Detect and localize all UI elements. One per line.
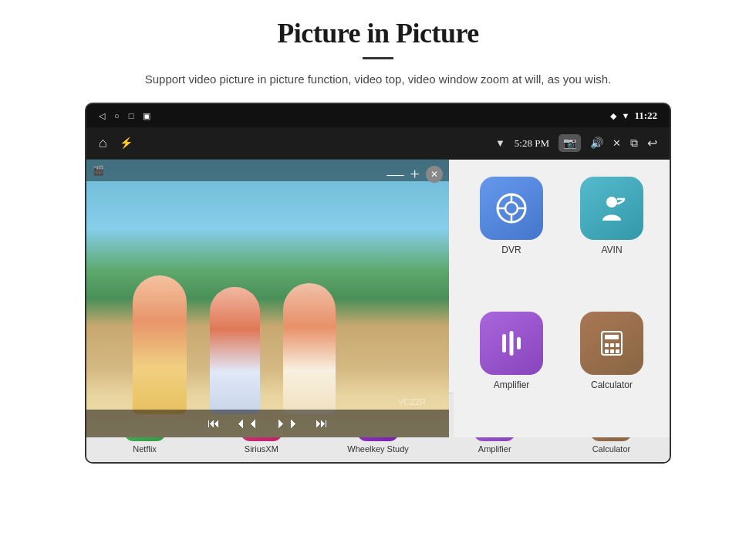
nav-bar-left: ⌂ ⚡ (99, 135, 133, 151)
amplifier-svg (494, 326, 528, 360)
svg-rect-15 (616, 343, 619, 347)
pip-video-icon: 🎬 (93, 165, 104, 177)
avin-icon (580, 177, 643, 240)
calculator-icon (580, 312, 643, 375)
page-subtitle: Support video picture in picture functio… (145, 70, 611, 89)
svg-point-6 (606, 197, 617, 207)
dvr-icon (480, 177, 543, 240)
recent-icon[interactable]: ▣ (143, 111, 150, 121)
svg-rect-9 (510, 331, 514, 356)
app-area: 🎬 — + ✕ ⏮ ⏴⏴ (86, 160, 670, 393)
nav-usb-icon: ⚡ (120, 137, 133, 150)
pip-video-window[interactable]: 🎬 — + ✕ ⏮ ⏴⏴ (86, 160, 449, 437)
pip-close-button[interactable]: ✕ (426, 166, 443, 183)
watermark: VCZ2R (398, 397, 426, 406)
svg-point-1 (505, 202, 518, 214)
device-frame: ◁ ○ □ ▣ ◆ ▼ 11:22 ⌂ ⚡ ▼ 5:28 PM 📷 🔊 (85, 103, 671, 464)
pip-bottom-bar: ⏮ ⏴⏴ ⏵⏵ ⏭ (86, 410, 449, 437)
wheelkey-tray-label: Wheelkey Study (347, 444, 408, 454)
app-item-avin[interactable]: AVIN (562, 167, 662, 302)
status-bar-left: ◁ ○ □ ▣ (99, 111, 150, 121)
avin-svg (595, 191, 629, 225)
nav-back-icon[interactable]: ↩ (647, 136, 657, 150)
calculator-svg (595, 326, 629, 360)
svg-rect-17 (610, 349, 614, 353)
nav-time: 5:28 PM (515, 137, 549, 150)
pip-forward-button[interactable]: ⏭ (316, 417, 328, 430)
status-bar: ◁ ○ □ ▣ ◆ ▼ 11:22 (86, 104, 670, 127)
nav-volume-icon[interactable]: 🔊 (590, 137, 603, 150)
location-icon: ◆ (610, 111, 616, 121)
pip-rewind-button[interactable]: ⏮ (208, 417, 220, 430)
title-divider (363, 57, 393, 59)
amplifier-icon (480, 312, 543, 375)
pip-next-button[interactable]: ⏵⏵ (275, 417, 300, 430)
nav-home-icon[interactable]: ⌂ (99, 135, 107, 151)
status-bar-right: ◆ ▼ 11:22 (610, 110, 657, 122)
person-3 (283, 283, 336, 414)
home-icon[interactable]: ○ (114, 111, 120, 120)
nav-camera-button[interactable]: 📷 (559, 134, 581, 152)
app-item-dvr[interactable]: DVR (461, 167, 562, 302)
pip-video-inner: 🎬 — + ✕ ⏮ ⏴⏴ (86, 160, 449, 437)
svg-rect-12 (605, 335, 619, 339)
app-item-amplifier[interactable]: Amplifier (461, 302, 562, 437)
app-item-calculator[interactable]: Calculator (562, 302, 662, 437)
pip-controls: — + ✕ (387, 166, 443, 183)
person-1 (133, 275, 187, 414)
svg-rect-10 (517, 337, 521, 349)
nav-pip-icon[interactable]: ⧉ (630, 137, 638, 150)
amplifier-tray-label: Amplifier (478, 444, 511, 454)
pip-close-icon: ✕ (430, 169, 438, 180)
amplifier-label: Amplifier (494, 380, 530, 390)
menu-icon[interactable]: □ (129, 111, 134, 120)
wifi-icon: ▼ (621, 111, 629, 120)
page-title: Picture in Picture (277, 17, 479, 49)
page-container: Picture in Picture Support video picture… (0, 0, 756, 533)
main-content: 🎬 — + ✕ ⏮ ⏴⏴ (86, 160, 670, 462)
pip-plus-button[interactable]: + (410, 166, 420, 183)
nav-close-icon[interactable]: ✕ (613, 137, 621, 150)
pip-prev-button[interactable]: ⏴⏴ (235, 417, 260, 430)
svg-rect-13 (605, 343, 609, 347)
pip-top-bar: 🎬 — + ✕ (86, 160, 449, 181)
svg-rect-8 (502, 334, 506, 353)
pip-minus-button[interactable]: — (387, 166, 404, 183)
status-time: 11:22 (634, 110, 657, 122)
dvr-label: DVR (501, 245, 521, 255)
siriusxm-tray-label: SiriusXM (245, 444, 278, 454)
calculator-label: Calculator (591, 380, 633, 390)
back-icon[interactable]: ◁ (99, 111, 105, 121)
netflix-tray-label: Netflix (133, 444, 157, 454)
nav-wifi-icon: ▼ (495, 137, 505, 150)
svg-rect-16 (605, 349, 609, 353)
person-2 (210, 287, 260, 414)
avin-label: AVIN (601, 245, 622, 255)
svg-rect-18 (616, 349, 619, 353)
calculator-tray-label: Calculator (592, 444, 631, 454)
apps-right-grid: DVR AVIN (454, 160, 670, 437)
nav-bar-right: ▼ 5:28 PM 📷 🔊 ✕ ⧉ ↩ (495, 134, 657, 152)
dvr-svg (494, 191, 528, 225)
svg-rect-14 (610, 343, 614, 347)
nav-bar: ⌂ ⚡ ▼ 5:28 PM 📷 🔊 ✕ ⧉ ↩ (86, 127, 670, 160)
